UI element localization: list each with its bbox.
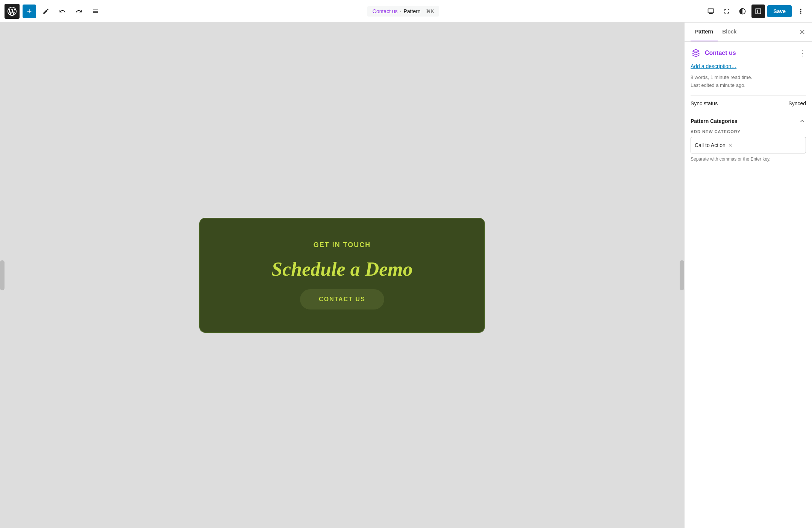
main-layout: GET IN TOUCH Schedule a Demo CONTACT US …	[0, 23, 812, 528]
sync-status-label: Sync status	[691, 100, 718, 106]
toolbar-center: Contact us · Pattern ⌘K	[105, 6, 701, 17]
fullscreen-button[interactable]	[720, 5, 733, 18]
toolbar-shortcut: ⌘K	[426, 8, 434, 14]
edit-button[interactable]	[39, 5, 53, 18]
toolbar-subtitle: Pattern	[404, 8, 421, 14]
category-hint: Separate with commas or the Enter key.	[691, 156, 806, 162]
pattern-title-row: Contact us ⋮	[691, 48, 806, 58]
pattern-eyebrow: GET IN TOUCH	[314, 241, 371, 249]
pattern-name-label: Contact us	[705, 50, 736, 56]
pattern-block-icon	[691, 48, 701, 58]
canvas-area[interactable]: GET IN TOUCH Schedule a Demo CONTACT US	[0, 23, 684, 528]
more-options-button[interactable]	[794, 5, 807, 18]
sidebar-content: Contact us ⋮ Add a description… 8 words,…	[685, 42, 812, 528]
category-input-container[interactable]: Call to Action	[691, 137, 806, 153]
tab-block[interactable]: Block	[718, 23, 741, 41]
toolbar-right: Save	[704, 5, 807, 18]
desktop-view-button[interactable]	[704, 5, 718, 18]
pattern-meta: 8 words, 1 minute read time.Last edited …	[691, 74, 806, 90]
add-category-label: ADD NEW CATEGORY	[691, 129, 806, 134]
pattern-cta-button[interactable]: CONTACT US	[300, 289, 384, 310]
sidebar-panel: Pattern Block	[684, 23, 812, 528]
category-tag-remove-button[interactable]	[728, 143, 733, 148]
wordpress-logo	[5, 4, 20, 19]
contrast-button[interactable]	[736, 5, 749, 18]
pattern-categories-header: Pattern Categories	[691, 111, 806, 129]
category-input-field[interactable]	[735, 142, 802, 148]
sync-status-value: Synced	[788, 100, 806, 106]
document-overview-button[interactable]	[89, 5, 102, 18]
save-button[interactable]: Save	[767, 5, 792, 17]
pattern-more-options-button[interactable]: ⋮	[798, 49, 806, 58]
sidebar-close-button[interactable]	[798, 23, 806, 41]
sidebar-toggle-button[interactable]	[751, 5, 765, 18]
pattern-title-inner: Contact us	[691, 48, 736, 58]
pattern-preview-card: GET IN TOUCH Schedule a Demo CONTACT US	[199, 218, 485, 333]
toolbar-separator: ·	[400, 8, 401, 14]
undo-button[interactable]	[56, 5, 69, 18]
pattern-title-area[interactable]: Contact us · Pattern ⌘K	[367, 6, 439, 17]
category-tag-call-to-action: Call to Action	[695, 142, 733, 148]
pattern-categories-collapse-button[interactable]	[798, 117, 806, 125]
category-tag-label: Call to Action	[695, 142, 726, 148]
scroll-handle-right[interactable]	[680, 260, 684, 290]
add-block-button[interactable]	[23, 5, 36, 18]
main-toolbar: Contact us · Pattern ⌘K Save	[0, 0, 812, 23]
pattern-categories-section: Pattern Categories ADD NEW CATEGORY Call…	[691, 111, 806, 162]
pattern-title: Contact us	[373, 8, 398, 14]
sidebar-tabs: Pattern Block	[685, 23, 812, 42]
tab-pattern[interactable]: Pattern	[691, 23, 718, 41]
pattern-heading: Schedule a Demo	[271, 258, 413, 280]
add-description-link[interactable]: Add a description…	[691, 63, 736, 69]
sync-status-row: Sync status Synced	[691, 96, 806, 111]
pattern-categories-title: Pattern Categories	[691, 118, 737, 124]
scroll-handle-left[interactable]	[0, 260, 5, 290]
redo-button[interactable]	[72, 5, 86, 18]
